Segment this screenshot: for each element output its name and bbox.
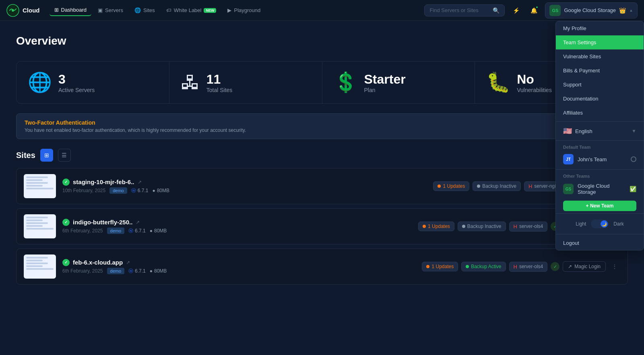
updates-badge[interactable]: 1 Updates (433, 181, 469, 191)
logout-button[interactable]: Logout (556, 236, 644, 250)
documentation-item[interactable]: Documentation (556, 92, 644, 106)
login-arrow-icon: ↗ (568, 264, 572, 269)
affiliates-item[interactable]: Affiliates (556, 106, 644, 120)
crown-icon: 👑 (619, 7, 626, 14)
search-bar[interactable]: 🔍 (424, 4, 505, 16)
site-row: indigo-butterfly-250.. ↗ 6th February, 2… (16, 208, 628, 244)
site-status-dot (62, 219, 70, 226)
light-theme-label: Light (576, 221, 586, 227)
stat-active-servers: 🌐 3 Active Servers (17, 62, 169, 103)
flag-icon: 🇺🇸 (563, 127, 572, 135)
server-badge[interactable]: H server-ols4 (509, 262, 548, 272)
sites-section-title: Sites (16, 151, 35, 160)
external-link-icon[interactable]: ↗ (138, 179, 142, 185)
google-cloud-storage-item[interactable]: GS Google Cloud Storage ✅ (556, 180, 644, 198)
server-badge[interactable]: H server-ols4 (509, 222, 548, 232)
site-status-dot (62, 259, 70, 266)
site-thumbnail (24, 174, 56, 198)
server-h-icon: H (528, 183, 532, 189)
nav-whitelabel[interactable]: 🏷 White Label NEW (161, 5, 221, 16)
gcs-avatar: GS (563, 184, 574, 194)
sites-list: staging-10-mjr-feb-6.. ↗ 10th February, … (16, 168, 628, 285)
dark-theme-label: Dark (613, 221, 623, 227)
notifications-button[interactable]: 🔔 (527, 4, 540, 17)
nav-sites[interactable]: 🌐 Sites (130, 5, 160, 16)
site-size: ● 80MB (150, 228, 167, 234)
svg-point-1 (12, 9, 14, 12)
more-options-button[interactable]: ⋮ (609, 261, 620, 272)
stat-plan: 💲 Starter Plan (322, 62, 475, 103)
plan-stat-icon: 💲 (334, 71, 358, 94)
site-row: feb-6.x-cloud.app ↗ 6th February, 2025 d… (16, 248, 628, 285)
updates-dot (423, 225, 426, 228)
support-item[interactable]: Support (556, 78, 644, 92)
2fa-warning: Two-Factor Authentication You have not e… (16, 113, 628, 139)
wp-icon: ⓦ (128, 268, 133, 275)
theme-toggle[interactable]: 🌙 (591, 220, 609, 228)
site-meta: 6th February, 2025 demo ⓦ 6.7.1 ● 80MB (62, 228, 412, 234)
site-info: indigo-butterfly-250.. ↗ 6th February, 2… (62, 219, 412, 234)
page-title: Overview (16, 35, 66, 47)
bills-payment-item[interactable]: Bills & Payment (556, 64, 644, 78)
new-team-button[interactable]: + New Team (563, 201, 636, 211)
nav-right: 🔍 ⚡ 🔔 GS Google Cloud Storage 👑 ▲ (424, 2, 638, 18)
new-badge: NEW (204, 8, 216, 13)
search-input[interactable] (429, 7, 489, 13)
vuln-number: No (517, 72, 552, 87)
list-view-button[interactable]: ☰ (58, 149, 71, 162)
language-selector[interactable]: 🇺🇸 English ▼ (556, 123, 644, 139)
server-h-icon: H (514, 224, 517, 230)
site-name: indigo-butterfly-250.. (73, 219, 132, 226)
language-name: English (575, 128, 628, 134)
user-avatar: GS (549, 5, 561, 16)
user-dropdown-menu: My Profile Team Settings Vulnerable Site… (555, 21, 644, 250)
gcs-name: Google Cloud Storage (578, 183, 625, 195)
nav-playground-label: Playground (234, 7, 260, 13)
johns-team-name: John's Team (578, 156, 627, 162)
vuln-stat-icon: 🐛 (486, 71, 510, 94)
my-profile-item[interactable]: My Profile (556, 21, 644, 35)
active-servers-label: Active Servers (58, 87, 95, 93)
dropdown-divider-5 (556, 234, 644, 234)
theme-toggle-row: Light 🌙 Dark (556, 215, 644, 232)
nav-servers[interactable]: ▣ Servers (93, 5, 128, 16)
team-settings-item[interactable]: Team Settings (556, 35, 644, 49)
site-actions: 1 Updates Backup Active H server-ols4 ✓ … (422, 261, 620, 272)
warning-title: Two-Factor Authentication (25, 119, 619, 126)
warning-text: You have not enabled two-factor authenti… (25, 127, 619, 133)
logo[interactable]: Cloud (6, 4, 40, 17)
johns-team-item[interactable]: JT John's Team (556, 151, 644, 168)
backup-badge[interactable]: Backup Inactive (458, 222, 506, 231)
dropdown-divider-2 (556, 140, 644, 141)
backup-badge[interactable]: Backup Inactive (473, 181, 521, 191)
user-menu-button[interactable]: GS Google Cloud Storage 👑 ▲ (545, 2, 638, 18)
wp-icon: ⓦ (128, 228, 133, 234)
search-icon: 🔍 (493, 7, 500, 14)
site-row: staging-10-mjr-feb-6.. ↗ 10th February, … (16, 168, 628, 204)
nav-dashboard[interactable]: ⊞ Dashboard (50, 4, 92, 16)
wp-version: ⓦ 6.7.1 (128, 268, 146, 275)
external-link-icon[interactable]: ↗ (136, 220, 140, 225)
site-meta: 6th February, 2025 demo ⓦ 6.7.1 ● 80MB (62, 268, 415, 275)
site-thumbnail (24, 214, 56, 238)
top-navigation: Cloud ⊞ Dashboard ▣ Servers 🌐 Sites 🏷 Wh… (0, 0, 644, 21)
size-icon: ● (150, 228, 153, 234)
external-link-icon[interactable]: ↗ (126, 260, 130, 265)
wp-version: ⓦ 6.7.1 (131, 187, 149, 194)
updates-badge[interactable]: 1 Updates (422, 262, 458, 271)
site-meta: 10th February, 2025 demo ⓦ 6.7.1 ● 80MB (62, 187, 427, 194)
activity-button[interactable]: ⚡ (510, 4, 522, 17)
nav-playground[interactable]: ▶ Playground (223, 5, 265, 16)
backup-badge[interactable]: Backup Active (461, 262, 506, 271)
size-icon: ● (152, 188, 155, 193)
vulnerable-sites-item[interactable]: Vulnerable Sites (556, 49, 644, 64)
nav-servers-label: Servers (105, 7, 123, 13)
grid-view-button[interactable]: ⊞ (40, 149, 53, 162)
magic-login-button[interactable]: ↗ Magic Login (563, 261, 606, 272)
johns-team-avatar: JT (563, 154, 574, 164)
wp-icon: ⓦ (131, 187, 136, 194)
site-info: staging-10-mjr-feb-6.. ↗ 10th February, … (62, 179, 427, 194)
chevron-up-icon: ▲ (629, 8, 633, 12)
site-name: feb-6.x-cloud.app (73, 259, 123, 266)
updates-badge[interactable]: 1 Updates (418, 222, 454, 231)
